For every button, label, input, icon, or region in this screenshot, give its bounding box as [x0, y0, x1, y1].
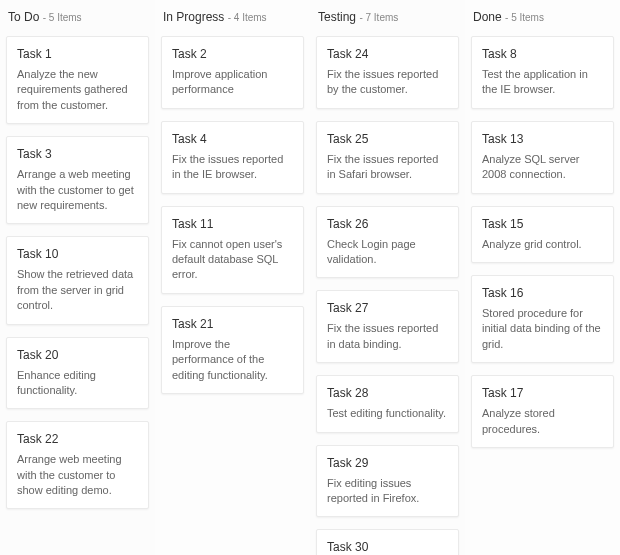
column-header: To Do - 5 Items [6, 6, 149, 36]
card-title: Task 3 [17, 147, 138, 161]
kanban-card[interactable]: Task 8Test the application in the IE bro… [471, 36, 614, 109]
card-title: Task 11 [172, 217, 293, 231]
card-description: Fix the issues reported in Safari browse… [327, 152, 448, 183]
card-title: Task 15 [482, 217, 603, 231]
kanban-card[interactable]: Task 4Fix the issues reported in the IE … [161, 121, 304, 194]
kanban-column: In Progress - 4 ItemsTask 2Improve appli… [155, 0, 310, 555]
card-description: Stored procedure for initial data bindin… [482, 306, 603, 352]
column-count: - 4 Items [228, 12, 267, 23]
kanban-card[interactable]: Task 3Arrange a web meeting with the cus… [6, 136, 149, 224]
kanban-card[interactable]: Task 13Analyze SQL server 2008 connectio… [471, 121, 614, 194]
column-header: Done - 5 Items [471, 6, 614, 36]
card-title: Task 2 [172, 47, 293, 61]
column-count: - 7 Items [359, 12, 398, 23]
card-title: Task 16 [482, 286, 603, 300]
card-title: Task 17 [482, 386, 603, 400]
kanban-card[interactable]: Task 24Fix the issues reported by the cu… [316, 36, 459, 109]
card-description: Arrange a web meeting with the customer … [17, 167, 138, 213]
card-title: Task 24 [327, 47, 448, 61]
card-title: Task 4 [172, 132, 293, 146]
card-description: Test editing functionality. [327, 406, 448, 421]
card-description: Fix cannot open user's default database … [172, 237, 293, 283]
card-description: Fix the issues reported in data binding. [327, 321, 448, 352]
card-description: Improve application performance [172, 67, 293, 98]
card-description: Fix editing issues reported in Firefox. [327, 476, 448, 507]
column-title: In Progress [163, 10, 224, 24]
card-title: Task 13 [482, 132, 603, 146]
kanban-column: Done - 5 ItemsTask 8Test the application… [465, 0, 620, 555]
card-description: Analyze the new requirements gathered fr… [17, 67, 138, 113]
column-title: Testing [318, 10, 356, 24]
card-description: Fix the issues reported in the IE browse… [172, 152, 293, 183]
kanban-card[interactable]: Task 20Enhance editing functionality. [6, 337, 149, 410]
card-description: Check Login page validation. [327, 237, 448, 268]
card-description: Analyze SQL server 2008 connection. [482, 152, 603, 183]
column-title: To Do [8, 10, 39, 24]
kanban-column: To Do - 5 ItemsTask 1Analyze the new req… [0, 0, 155, 555]
kanban-card[interactable]: Task 28Test editing functionality. [316, 375, 459, 432]
card-description: Fix the issues reported by the customer. [327, 67, 448, 98]
kanban-card[interactable]: Task 25Fix the issues reported in Safari… [316, 121, 459, 194]
kanban-card[interactable]: Task 21Improve the performance of the ed… [161, 306, 304, 394]
kanban-board: To Do - 5 ItemsTask 1Analyze the new req… [0, 0, 620, 555]
column-title: Done [473, 10, 502, 24]
kanban-card[interactable]: Task 11Fix cannot open user's default da… [161, 206, 304, 294]
card-title: Task 22 [17, 432, 138, 446]
kanban-card[interactable]: Task 22Arrange web meeting with the cust… [6, 421, 149, 509]
kanban-card[interactable]: Task 15Analyze grid control. [471, 206, 614, 263]
kanban-card[interactable]: Task 29Fix editing issues reported in Fi… [316, 445, 459, 518]
card-description: Show the retrieved data from the server … [17, 267, 138, 313]
card-title: Task 10 [17, 247, 138, 261]
card-description: Improve the performance of the editing f… [172, 337, 293, 383]
kanban-card[interactable]: Task 2Improve application performance [161, 36, 304, 109]
kanban-card[interactable]: Task 17Analyze stored procedures. [471, 375, 614, 448]
card-title: Task 20 [17, 348, 138, 362]
kanban-column: Testing - 7 ItemsTask 24Fix the issues r… [310, 0, 465, 555]
card-title: Task 21 [172, 317, 293, 331]
kanban-card[interactable]: Task 10Show the retrieved data from the … [6, 236, 149, 324]
card-description: Analyze grid control. [482, 237, 603, 252]
column-count: - 5 Items [43, 12, 82, 23]
card-description: Enhance editing functionality. [17, 368, 138, 399]
card-title: Task 26 [327, 217, 448, 231]
card-title: Task 29 [327, 456, 448, 470]
column-header: In Progress - 4 Items [161, 6, 304, 36]
kanban-card[interactable]: Task 26Check Login page validation. [316, 206, 459, 279]
column-count: - 5 Items [505, 12, 544, 23]
column-header: Testing - 7 Items [316, 6, 459, 36]
card-description: Analyze stored procedures. [482, 406, 603, 437]
card-title: Task 8 [482, 47, 603, 61]
kanban-card[interactable]: Task 16Stored procedure for initial data… [471, 275, 614, 363]
card-title: Task 28 [327, 386, 448, 400]
card-title: Task 25 [327, 132, 448, 146]
card-title: Task 27 [327, 301, 448, 315]
card-title: Task 30 [327, 540, 448, 554]
kanban-card[interactable]: Task 1Analyze the new requirements gathe… [6, 36, 149, 124]
card-title: Task 1 [17, 47, 138, 61]
card-description: Arrange web meeting with the customer to… [17, 452, 138, 498]
kanban-card[interactable]: Task 30Test editing feature in the IE br… [316, 529, 459, 555]
card-description: Test the application in the IE browser. [482, 67, 603, 98]
kanban-card[interactable]: Task 27Fix the issues reported in data b… [316, 290, 459, 363]
